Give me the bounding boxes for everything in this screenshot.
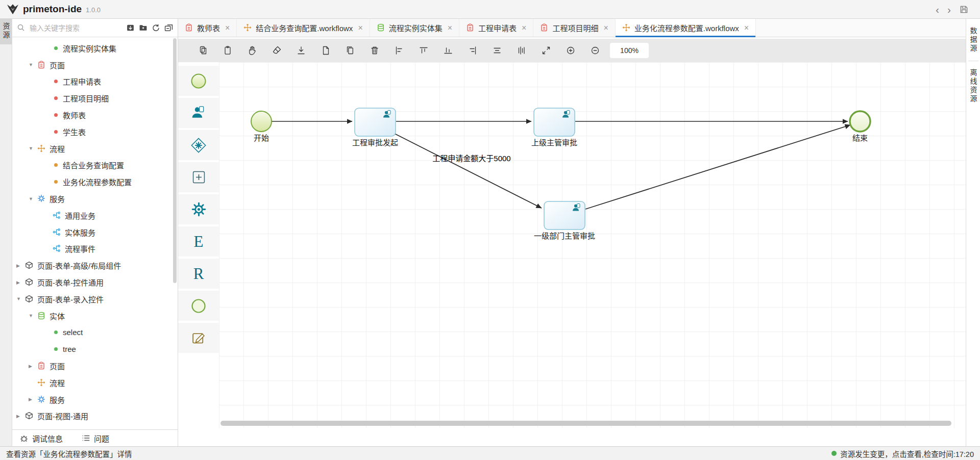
chevron-down-icon[interactable]: ▼ <box>29 62 37 67</box>
tree-item[interactable]: 学生表 <box>12 123 178 140</box>
copy-button[interactable] <box>198 45 209 56</box>
tree-item[interactable]: ▶服务 <box>12 391 178 408</box>
tree-item[interactable]: ▶页面-表单-高级/布局组件 <box>12 257 178 274</box>
flow-orange-icon <box>37 144 46 153</box>
hand-pan-button[interactable] <box>247 45 258 56</box>
chevron-right-icon[interactable]: ▶ <box>29 397 37 402</box>
import-icon[interactable] <box>126 23 135 32</box>
edit-node-palette-item[interactable] <box>178 323 219 353</box>
close-icon[interactable]: × <box>448 24 452 32</box>
close-icon[interactable]: × <box>744 24 749 32</box>
tree-item[interactable]: ▼实体 <box>12 308 178 324</box>
chevron-down-icon[interactable]: ▼ <box>29 146 37 151</box>
bottom-tab[interactable]: 问题 <box>81 433 109 444</box>
save-icon[interactable] <box>959 5 969 14</box>
tree-item[interactable]: ▶页面-视图-通用 <box>12 408 178 425</box>
start-event-node[interactable] <box>251 111 272 132</box>
flow-edge[interactable] <box>585 125 850 209</box>
subprocess-palette-item[interactable] <box>178 162 219 192</box>
end-event-palette-item[interactable] <box>178 291 219 321</box>
tree-item[interactable]: ▼页面 <box>12 57 178 73</box>
close-icon[interactable]: × <box>522 24 526 32</box>
right-rail-tab[interactable]: 离线资源 <box>968 69 978 104</box>
tree-item[interactable]: 工程项目明细 <box>12 90 178 107</box>
tree-item[interactable]: 工程申请表 <box>12 73 178 90</box>
status-change-notice[interactable]: 资源发生变更，点击查看,检查时间:17:20 <box>840 448 974 459</box>
user-task-palette-item[interactable] <box>178 98 219 128</box>
back-button[interactable]: ‹ <box>936 4 939 15</box>
distribute-button[interactable] <box>516 45 527 56</box>
gateway-palette-item[interactable] <box>178 130 219 160</box>
tree-item[interactable]: ▼服务 <box>12 190 178 207</box>
zoom-out-button[interactable] <box>590 45 601 56</box>
zoom-in-button[interactable] <box>565 45 576 56</box>
align-middle-button[interactable] <box>492 45 503 56</box>
tree-item[interactable]: tree <box>12 341 178 357</box>
editor-tab[interactable]: 教师表× <box>178 19 237 37</box>
align-right-button[interactable] <box>467 45 478 56</box>
document-button[interactable] <box>320 45 331 56</box>
bottom-tab[interactable]: 调试信息 <box>19 433 63 444</box>
close-icon[interactable]: × <box>603 24 608 32</box>
close-icon[interactable]: × <box>225 24 230 32</box>
brush-clean-button[interactable] <box>271 45 282 56</box>
service-task-palette-item[interactable] <box>178 194 219 224</box>
rule-node-palette-item[interactable]: R <box>178 259 219 289</box>
editor-tab[interactable]: 结合业务查询配置.workflowx× <box>237 19 370 37</box>
align-bottom-button[interactable] <box>443 45 454 56</box>
canvas-horizontal-scrollbar[interactable] <box>220 421 951 426</box>
fit-screen-button[interactable] <box>541 45 552 56</box>
end-event-node[interactable] <box>850 111 870 132</box>
tree-item[interactable]: ▶页面 <box>12 357 178 374</box>
start-event-palette-item[interactable] <box>178 66 219 96</box>
align-top-button[interactable] <box>418 45 429 56</box>
node-blue-icon <box>53 228 61 237</box>
status-resource-detail[interactable]: 查看资源「业务化流程参数配置」详情 <box>6 448 132 459</box>
tree-item[interactable]: select <box>12 324 178 341</box>
chevron-down-icon[interactable]: ▼ <box>29 196 37 201</box>
tree-item[interactable]: 结合业务查询配置 <box>12 157 178 174</box>
diagram-canvas[interactable]: 工程申请金额大于5000开始工程审批发起上级主管审批一级部门主管审批结束 <box>219 62 966 446</box>
new-folder-icon[interactable] <box>139 23 148 32</box>
chevron-down-icon[interactable]: ▼ <box>29 313 37 318</box>
collapse-all-icon[interactable] <box>164 23 173 32</box>
tree-item[interactable]: 实体服务 <box>12 224 178 241</box>
tree-item[interactable]: 教师表 <box>12 107 178 123</box>
refresh-icon[interactable] <box>152 23 160 32</box>
chevron-down-icon[interactable]: ▼ <box>16 296 25 301</box>
copy-page-button[interactable] <box>345 45 356 56</box>
tree-item[interactable]: 流程事件 <box>12 241 178 258</box>
trash-button[interactable] <box>369 45 380 56</box>
clipboard-button[interactable] <box>222 45 233 56</box>
editor-tab[interactable]: 工程项目明细× <box>533 19 615 37</box>
align-left-button[interactable] <box>394 45 405 56</box>
tree-item[interactable]: 流程实例实体集 <box>12 40 178 57</box>
flow-edge[interactable] <box>395 134 542 208</box>
tree-item[interactable]: 流程 <box>12 374 178 391</box>
tree-scrollbar[interactable] <box>173 38 177 283</box>
chevron-right-icon[interactable]: ▶ <box>16 280 25 285</box>
tree-item[interactable]: ▼流程 <box>12 140 178 157</box>
right-rail-tab[interactable]: 数据源 <box>968 27 978 61</box>
tree-item[interactable]: 通用业务 <box>12 207 178 224</box>
entity-node-palette-item[interactable]: E <box>178 226 219 257</box>
tree-item[interactable]: ▼页面-表单-录入控件 <box>12 291 178 308</box>
zoom-level-field[interactable]: 100% <box>610 43 649 58</box>
editor-tab[interactable]: 业务化流程参数配置.workflowx× <box>616 19 756 37</box>
box-icon <box>25 412 34 420</box>
tree-item-label: 页面-表单-录入控件 <box>37 294 104 304</box>
list-icon <box>81 433 90 443</box>
chevron-right-icon[interactable]: ▶ <box>16 414 25 419</box>
tree-item[interactable]: 业务化流程参数配置 <box>12 173 178 190</box>
editor-tab[interactable]: 工程申请表× <box>459 19 533 37</box>
search-input[interactable] <box>29 23 123 33</box>
chevron-right-icon[interactable]: ▶ <box>29 364 37 369</box>
resources-rail-tab[interactable]: 资源 <box>0 19 12 44</box>
chevron-right-icon[interactable]: ▶ <box>16 263 25 268</box>
download-button[interactable] <box>296 45 307 56</box>
close-icon[interactable]: × <box>358 24 362 32</box>
editor-tab[interactable]: 流程实例实体集× <box>370 19 459 37</box>
forward-button[interactable]: › <box>947 4 951 15</box>
tree-item-label: 服务 <box>50 193 65 204</box>
tree-item[interactable]: ▶页面-表单-控件通用 <box>12 274 178 291</box>
